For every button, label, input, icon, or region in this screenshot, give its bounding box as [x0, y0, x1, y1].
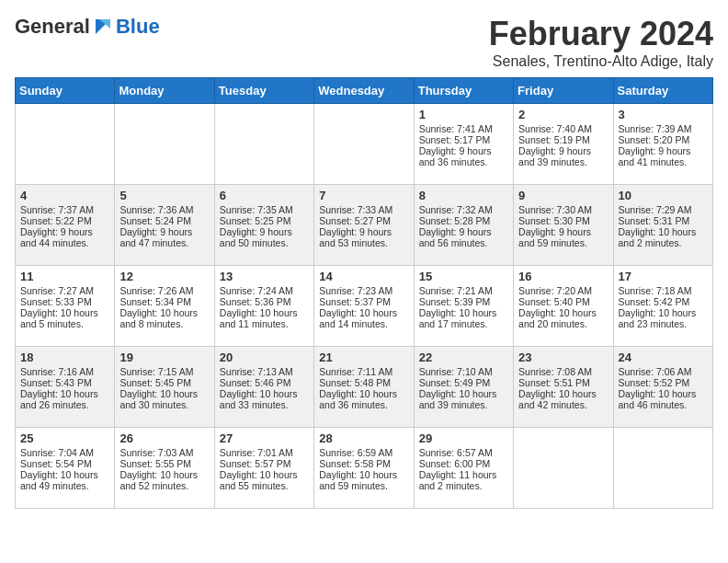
sunrise-text: Sunrise: 7:21 AM: [419, 285, 508, 296]
sunrise-text: Sunrise: 7:16 AM: [20, 366, 109, 377]
weekday-header-row: Sunday Monday Tuesday Wednesday Thursday…: [16, 78, 713, 104]
sunset-text: Sunset: 5:34 PM: [119, 296, 209, 307]
sunrise-text: Sunrise: 6:59 AM: [319, 447, 408, 458]
header-friday: Friday: [514, 78, 613, 104]
daylight-text: Daylight: 10 hours and 2 minutes.: [619, 226, 708, 248]
table-row: 17Sunrise: 7:18 AMSunset: 5:42 PMDayligh…: [613, 266, 712, 347]
table-row: [613, 428, 712, 509]
table-row: 29Sunrise: 6:57 AMSunset: 6:00 PMDayligh…: [414, 428, 513, 509]
sunset-text: Sunset: 5:42 PM: [619, 296, 708, 307]
sunset-text: Sunset: 5:39 PM: [419, 296, 508, 307]
sunset-text: Sunset: 5:25 PM: [220, 215, 309, 226]
sunset-text: Sunset: 5:55 PM: [119, 458, 209, 469]
daylight-text: Daylight: 9 hours and 39 minutes.: [518, 145, 608, 167]
sunset-text: Sunset: 5:45 PM: [119, 377, 209, 388]
sunrise-text: Sunrise: 7:36 AM: [119, 204, 209, 215]
day-number: 27: [220, 431, 309, 445]
day-number: 10: [619, 189, 708, 202]
daylight-text: Daylight: 10 hours and 39 minutes.: [419, 388, 508, 410]
day-number: 9: [518, 189, 608, 202]
daylight-text: Daylight: 10 hours and 8 minutes.: [119, 307, 209, 329]
daylight-text: Daylight: 9 hours and 59 minutes.: [518, 226, 608, 248]
sunset-text: Sunset: 5:54 PM: [20, 458, 109, 469]
daylight-text: Daylight: 10 hours and 26 minutes.: [20, 388, 109, 410]
calendar-month-year: February 2024: [489, 15, 713, 53]
sunrise-text: Sunrise: 7:03 AM: [119, 447, 209, 458]
logo-flag-icon: [92, 17, 114, 36]
table-row: 8Sunrise: 7:32 AMSunset: 5:28 PMDaylight…: [414, 185, 513, 266]
daylight-text: Daylight: 10 hours and 5 minutes.: [20, 307, 109, 329]
day-number: 14: [319, 270, 408, 283]
day-number: 11: [20, 270, 109, 283]
daylight-text: Daylight: 9 hours and 53 minutes.: [319, 226, 408, 248]
sunset-text: Sunset: 5:43 PM: [20, 377, 109, 388]
table-row: 20Sunrise: 7:13 AMSunset: 5:46 PMDayligh…: [214, 347, 313, 428]
table-row: 3Sunrise: 7:39 AMSunset: 5:20 PMDaylight…: [613, 104, 712, 185]
sunrise-text: Sunrise: 7:08 AM: [518, 366, 608, 377]
daylight-text: Daylight: 10 hours and 36 minutes.: [319, 388, 408, 410]
logo-general-text: General: [15, 15, 90, 39]
sunrise-text: Sunrise: 7:18 AM: [619, 285, 708, 296]
sunset-text: Sunset: 5:20 PM: [619, 134, 708, 145]
sunrise-text: Sunrise: 7:40 AM: [518, 123, 608, 134]
sunset-text: Sunset: 5:49 PM: [419, 377, 508, 388]
sunrise-text: Sunrise: 7:01 AM: [220, 447, 309, 458]
day-number: 3: [619, 108, 708, 121]
logo-blue-text: Blue: [116, 15, 160, 39]
sunrise-text: Sunrise: 7:29 AM: [619, 204, 708, 215]
sunrise-text: Sunrise: 7:15 AM: [119, 366, 209, 377]
calendar-week-row: 25Sunrise: 7:04 AMSunset: 5:54 PMDayligh…: [16, 428, 713, 509]
daylight-text: Daylight: 10 hours and 20 minutes.: [518, 307, 608, 329]
sunset-text: Sunset: 5:58 PM: [319, 458, 408, 469]
day-number: 25: [20, 431, 109, 445]
sunrise-text: Sunrise: 7:41 AM: [419, 123, 508, 134]
sunset-text: Sunset: 5:30 PM: [518, 215, 608, 226]
day-number: 2: [518, 108, 608, 121]
header-thursday: Thursday: [414, 78, 513, 104]
day-number: 7: [319, 189, 408, 202]
table-row: 27Sunrise: 7:01 AMSunset: 5:57 PMDayligh…: [214, 428, 313, 509]
calendar-title-area: February 2024 Senales, Trentino-Alto Adi…: [489, 15, 713, 70]
day-number: 28: [319, 431, 408, 445]
sunset-text: Sunset: 5:19 PM: [518, 134, 608, 145]
day-number: 12: [119, 270, 209, 283]
table-row: 10Sunrise: 7:29 AMSunset: 5:31 PMDayligh…: [613, 185, 712, 266]
day-number: 16: [518, 270, 608, 283]
calendar-week-row: 11Sunrise: 7:27 AMSunset: 5:33 PMDayligh…: [16, 266, 713, 347]
daylight-text: Daylight: 9 hours and 36 minutes.: [419, 145, 508, 167]
header-sunday: Sunday: [16, 78, 115, 104]
sunrise-text: Sunrise: 7:04 AM: [20, 447, 109, 458]
daylight-text: Daylight: 9 hours and 44 minutes.: [20, 226, 109, 248]
table-row: [16, 104, 115, 185]
daylight-text: Daylight: 10 hours and 11 minutes.: [220, 307, 309, 329]
sunset-text: Sunset: 5:36 PM: [220, 296, 309, 307]
table-row: 19Sunrise: 7:15 AMSunset: 5:45 PMDayligh…: [115, 347, 214, 428]
table-row: 21Sunrise: 7:11 AMSunset: 5:48 PMDayligh…: [314, 347, 414, 428]
sunset-text: Sunset: 5:40 PM: [518, 296, 608, 307]
day-number: 15: [419, 270, 508, 283]
sunrise-text: Sunrise: 7:20 AM: [518, 285, 608, 296]
daylight-text: Daylight: 10 hours and 59 minutes.: [319, 469, 408, 491]
table-row: 11Sunrise: 7:27 AMSunset: 5:33 PMDayligh…: [16, 266, 115, 347]
calendar-location: Senales, Trentino-Alto Adige, Italy: [489, 53, 713, 70]
sunrise-text: Sunrise: 7:26 AM: [119, 285, 209, 296]
day-number: 19: [119, 350, 209, 364]
sunset-text: Sunset: 5:51 PM: [518, 377, 608, 388]
sunrise-text: Sunrise: 7:10 AM: [419, 366, 508, 377]
day-number: 17: [619, 270, 708, 283]
daylight-text: Daylight: 10 hours and 17 minutes.: [419, 307, 508, 329]
sunrise-text: Sunrise: 7:24 AM: [220, 285, 309, 296]
table-row: 16Sunrise: 7:20 AMSunset: 5:40 PMDayligh…: [514, 266, 613, 347]
day-number: 8: [419, 189, 508, 202]
sunrise-text: Sunrise: 7:23 AM: [319, 285, 408, 296]
table-row: [214, 104, 313, 185]
table-row: 25Sunrise: 7:04 AMSunset: 5:54 PMDayligh…: [16, 428, 115, 509]
daylight-text: Daylight: 9 hours and 56 minutes.: [419, 226, 508, 248]
daylight-text: Daylight: 10 hours and 42 minutes.: [518, 388, 608, 410]
table-row: 2Sunrise: 7:40 AMSunset: 5:19 PMDaylight…: [514, 104, 613, 185]
daylight-text: Daylight: 10 hours and 30 minutes.: [119, 388, 209, 410]
sunrise-text: Sunrise: 7:13 AM: [220, 366, 309, 377]
sunset-text: Sunset: 5:46 PM: [220, 377, 309, 388]
sunset-text: Sunset: 5:48 PM: [319, 377, 408, 388]
day-number: 4: [20, 189, 109, 202]
